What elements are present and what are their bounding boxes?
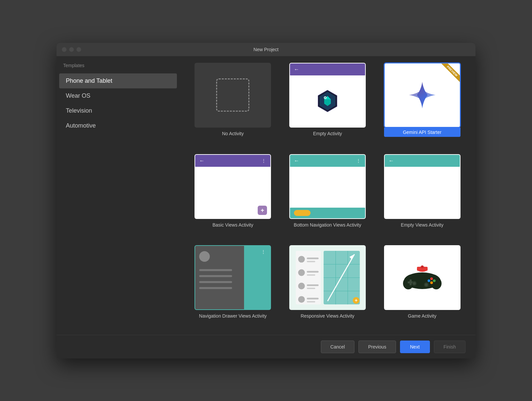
svg-point-43 (421, 265, 424, 268)
drawer-dots-icon: ⋮ (261, 249, 266, 254)
template-empty-views[interactable]: ← Empty Views Activity (379, 154, 466, 237)
gemini-star-icon (407, 80, 437, 110)
svg-point-4 (325, 97, 326, 98)
template-label-game: Game Activity (408, 313, 437, 319)
footer: Cancel Previous Next Finish (57, 335, 475, 358)
template-label-gemini: Gemini API Starter (384, 128, 461, 137)
bottom-nav-indicator (294, 210, 311, 216)
template-label-empty-activity: Empty Activity (313, 131, 342, 136)
bottom-nav-bar (290, 208, 365, 218)
template-responsive[interactable]: + Responsive Views Activity (284, 245, 371, 328)
card-body-bottom-nav (290, 167, 365, 208)
back-arrow-icon: ← (294, 66, 299, 72)
template-label-bottom-nav: Bottom Navigation Views Activity (294, 222, 361, 228)
sidebar-item-wear-os[interactable]: Wear OS (59, 88, 177, 103)
svg-rect-7 (307, 257, 318, 259)
content-area: No Activity ← (180, 56, 475, 335)
card-body-basic-views: + (195, 167, 270, 218)
close-button[interactable] (62, 47, 66, 52)
template-card-gemini: PREVIEW (384, 63, 461, 128)
next-button[interactable]: Next (400, 341, 430, 353)
template-label-responsive: Responsive Views Activity (301, 313, 354, 319)
template-label-empty-views: Empty Views Activity (401, 222, 444, 228)
template-card-nav-drawer: ⋮ (195, 245, 271, 310)
preview-badge-text: PREVIEW (440, 63, 460, 83)
drawer-item-4 (199, 287, 232, 289)
sidebar: Templates Phone and Tablet Wear OS Telev… (57, 56, 180, 335)
previous-button[interactable]: Previous (358, 341, 396, 353)
sidebar-item-automotive[interactable]: Automotive (59, 118, 177, 133)
svg-rect-11 (307, 274, 315, 275)
template-card-basic-views: ← ⋮ + (195, 154, 271, 219)
svg-rect-10 (307, 271, 318, 272)
svg-point-12 (298, 282, 305, 289)
template-nav-drawer[interactable]: ⋮ Navigation Drawer Views Activity (190, 245, 276, 328)
svg-point-38 (413, 282, 416, 285)
drawer-item-3 (199, 281, 232, 283)
window-controls (62, 47, 81, 52)
svg-rect-16 (307, 298, 318, 299)
template-bottom-nav[interactable]: ← ⋮ Bottom Navigation Views Activity (284, 154, 371, 237)
finish-button[interactable]: Finish (434, 341, 466, 353)
svg-point-35 (428, 279, 430, 282)
template-gemini-api-starter[interactable]: PREVIEW (379, 63, 466, 147)
main-window: New Project Templates Phone and Tablet W… (57, 43, 475, 358)
svg-rect-8 (307, 261, 315, 262)
card-header-empty-activity: ← (290, 63, 365, 75)
template-no-activity[interactable]: No Activity (190, 63, 276, 147)
back-arrow-bottom-icon: ← (294, 158, 299, 164)
card-body-empty-views (385, 167, 460, 218)
svg-point-36 (430, 281, 433, 284)
sidebar-item-phone-tablet[interactable]: Phone and Tablet (59, 73, 177, 88)
svg-point-15 (298, 296, 305, 303)
svg-text:+: + (355, 298, 357, 303)
template-label-nav-drawer: Navigation Drawer Views Activity (199, 313, 267, 319)
drawer-item-1 (199, 269, 232, 271)
svg-rect-14 (307, 288, 315, 289)
drawer-panel (195, 246, 244, 309)
svg-rect-17 (307, 301, 315, 302)
three-dots-bottom-icon: ⋮ (356, 158, 361, 163)
drawer-item-2 (199, 275, 232, 277)
drawer-avatar-icon (199, 251, 210, 262)
maximize-button[interactable] (76, 47, 81, 52)
title-bar: New Project (57, 43, 475, 56)
template-label-no-activity: No Activity (222, 131, 244, 136)
card-header-bottom-nav: ← ⋮ (290, 155, 365, 167)
minimize-button[interactable] (69, 47, 74, 52)
template-card-responsive: + (289, 245, 366, 310)
three-dots-basic-icon: ⋮ (261, 158, 266, 163)
svg-point-40 (425, 283, 428, 286)
preview-badge: PREVIEW (437, 63, 460, 87)
back-arrow-basic-icon: ← (199, 158, 204, 164)
game-controller-icon (402, 264, 442, 291)
sidebar-header: Templates (57, 63, 180, 73)
svg-point-9 (298, 269, 305, 276)
android-logo-icon (314, 88, 341, 114)
template-game-activity[interactable]: Game Activity (379, 245, 466, 328)
template-card-no-activity (195, 63, 271, 128)
fab-button-basic: + (258, 206, 267, 215)
sidebar-item-television[interactable]: Television (59, 103, 177, 118)
card-header-basic-views: ← ⋮ (195, 155, 270, 167)
no-activity-icon (216, 78, 249, 112)
template-card-bottom-nav: ← ⋮ (289, 154, 366, 219)
cancel-button[interactable]: Cancel (321, 341, 355, 353)
back-arrow-empty-views-icon: ← (389, 158, 394, 164)
template-card-game (384, 245, 461, 310)
card-body-empty-activity (290, 75, 365, 127)
template-label-basic-views: Basic Views Activity (212, 222, 253, 228)
svg-point-34 (433, 279, 436, 282)
template-empty-activity[interactable]: ← (284, 63, 371, 147)
svg-point-33 (430, 277, 433, 280)
template-basic-views[interactable]: ← ⋮ + Basic Views Activity (190, 154, 276, 237)
svg-rect-13 (307, 284, 318, 286)
window-title: New Project (253, 47, 278, 52)
main-content: Templates Phone and Tablet Wear OS Telev… (57, 56, 475, 335)
templates-grid: No Activity ← (190, 63, 466, 328)
responsive-grid-icon: + (292, 248, 363, 308)
card-header-empty-views: ← (385, 155, 460, 167)
template-card-empty-views: ← (384, 154, 461, 219)
svg-point-6 (298, 256, 305, 262)
template-card-empty-activity: ← (289, 63, 366, 128)
